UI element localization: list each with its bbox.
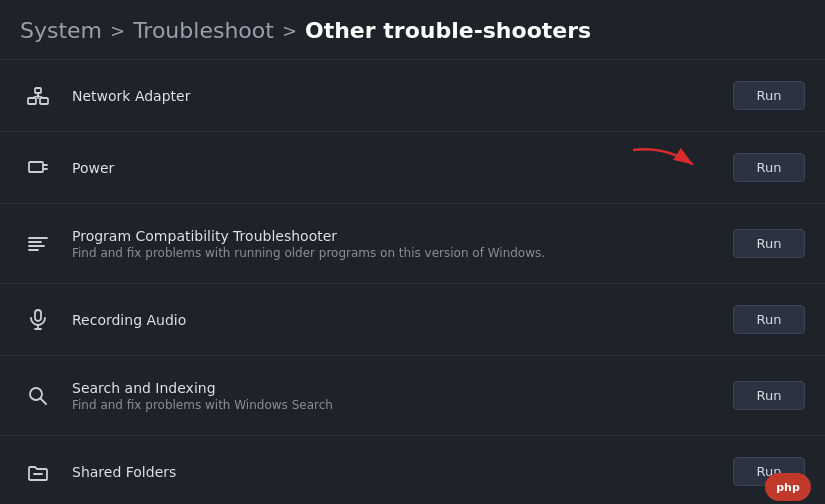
- list-item-power: Power Run: [0, 132, 825, 204]
- breadcrumb-separator-2: >: [282, 20, 297, 41]
- network-adapter-title: Network Adapter: [72, 88, 733, 104]
- recording-audio-icon: [20, 302, 56, 338]
- program-compatibility-run-button[interactable]: Run: [733, 229, 805, 258]
- recording-audio-title: Recording Audio: [72, 312, 733, 328]
- recording-audio-run-button[interactable]: Run: [733, 305, 805, 334]
- breadcrumb-current: Other trouble-shooters: [305, 18, 591, 43]
- svg-rect-2: [40, 98, 48, 104]
- shared-folders-icon: [20, 454, 56, 490]
- search-indexing-icon: [20, 378, 56, 414]
- troubleshooter-list: Network Adapter Run Power: [0, 60, 825, 504]
- shared-folders-title: Shared Folders: [72, 464, 733, 480]
- svg-rect-14: [35, 310, 41, 321]
- list-item-network-adapter: Network Adapter Run: [0, 60, 825, 132]
- breadcrumb-troubleshoot[interactable]: Troubleshoot: [133, 18, 274, 43]
- list-item-search-indexing: Search and Indexing Find and fix problem…: [0, 356, 825, 436]
- network-adapter-run-button[interactable]: Run: [733, 81, 805, 110]
- breadcrumb: System > Troubleshoot > Other trouble-sh…: [0, 0, 825, 60]
- shared-folders-text: Shared Folders: [72, 464, 733, 480]
- search-indexing-description: Find and fix problems with Windows Searc…: [72, 398, 733, 412]
- program-compatibility-title: Program Compatibility Troubleshooter: [72, 228, 733, 244]
- recording-audio-text: Recording Audio: [72, 312, 733, 328]
- svg-rect-6: [29, 162, 43, 172]
- breadcrumb-separator-1: >: [110, 20, 125, 41]
- power-run-button[interactable]: Run: [733, 153, 805, 182]
- svg-line-4: [32, 96, 38, 98]
- program-compatibility-icon: [20, 226, 56, 262]
- list-item-recording-audio: Recording Audio Run: [0, 284, 825, 356]
- network-adapter-icon: [20, 78, 56, 114]
- svg-line-18: [41, 398, 47, 404]
- power-icon: [20, 150, 56, 186]
- php-badge: php: [765, 473, 811, 501]
- svg-line-5: [38, 96, 44, 98]
- program-compatibility-description: Find and fix problems with running older…: [72, 246, 733, 260]
- list-item-shared-folders: Shared Folders Run php: [0, 436, 825, 504]
- svg-rect-0: [28, 98, 36, 104]
- search-indexing-run-button[interactable]: Run: [733, 381, 805, 410]
- search-indexing-title: Search and Indexing: [72, 380, 733, 396]
- breadcrumb-system[interactable]: System: [20, 18, 102, 43]
- power-title: Power: [72, 160, 733, 176]
- program-compatibility-text: Program Compatibility Troubleshooter Fin…: [72, 228, 733, 260]
- list-item-program-compatibility: Program Compatibility Troubleshooter Fin…: [0, 204, 825, 284]
- search-indexing-text: Search and Indexing Find and fix problem…: [72, 380, 733, 412]
- network-adapter-text: Network Adapter: [72, 88, 733, 104]
- power-text: Power: [72, 160, 733, 176]
